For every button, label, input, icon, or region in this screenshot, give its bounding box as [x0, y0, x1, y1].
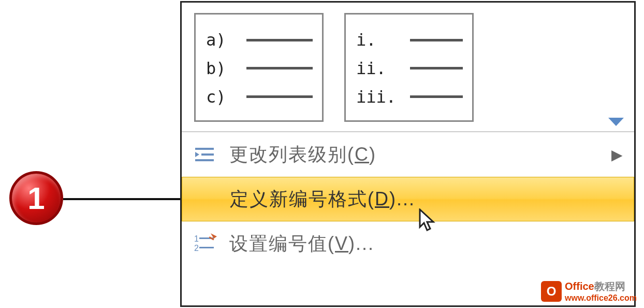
- menu-label: 设置编号值(V)...: [229, 231, 623, 257]
- number-value-icon: 1 2: [182, 221, 229, 266]
- menu-define-new-number-format[interactable]: 定义新编号格式(D)...: [182, 177, 634, 221]
- list-line-icon: [410, 39, 463, 41]
- svg-text:1: 1: [194, 234, 199, 243]
- menu-section: 更改列表级别(C) ▶ 定义新编号格式(D)... 1 2: [182, 131, 634, 266]
- list-row: iii.: [356, 87, 463, 107]
- list-line-icon: [246, 39, 313, 41]
- list-marker: c): [206, 87, 242, 107]
- svg-rect-2: [201, 153, 214, 156]
- numbering-option-roman[interactable]: i. ii. iii.: [344, 13, 474, 122]
- list-marker: a): [206, 30, 242, 50]
- menu-change-list-level[interactable]: 更改列表级别(C) ▶: [182, 132, 634, 177]
- svg-rect-8: [199, 247, 214, 248]
- scroll-down-icon[interactable]: [608, 118, 624, 127]
- menu-set-number-value[interactable]: 1 2 设置编号值(V)...: [182, 221, 634, 266]
- list-line-icon: [410, 95, 463, 98]
- office-logo-icon: O: [541, 281, 562, 302]
- callout-badge: 1: [9, 171, 63, 225]
- menu-label: 更改列表级别(C): [229, 142, 611, 167]
- list-marker: i.: [356, 30, 406, 50]
- svg-rect-3: [195, 159, 214, 161]
- list-marker: b): [206, 59, 242, 78]
- callout-number: 1: [27, 180, 45, 216]
- list-row: i.: [356, 30, 463, 50]
- numbering-gallery: a) b) c) i. ii. iii.: [182, 3, 634, 131]
- blank-icon: [182, 177, 230, 221]
- svg-marker-4: [195, 152, 199, 157]
- svg-marker-0: [608, 118, 624, 126]
- list-row: b): [206, 58, 313, 79]
- svg-rect-1: [195, 148, 214, 150]
- numbering-option-alpha[interactable]: a) b) c): [194, 13, 324, 122]
- list-row: a): [206, 30, 313, 50]
- numbering-dropdown-panel: a) b) c) i. ii. iii.: [180, 1, 636, 307]
- list-row: ii.: [356, 58, 463, 79]
- list-line-icon: [246, 67, 313, 69]
- watermark-text: Office教程网 www.office26.com: [565, 279, 637, 303]
- indent-icon: [182, 132, 229, 177]
- list-line-icon: [410, 67, 463, 69]
- menu-label: 定义新编号格式(D)...: [230, 187, 622, 212]
- watermark: O Office教程网 www.office26.com: [541, 279, 637, 303]
- list-line-icon: [246, 95, 313, 98]
- list-row: c): [206, 87, 313, 107]
- chevron-right-icon: ▶: [611, 146, 623, 163]
- list-marker: ii.: [356, 59, 406, 78]
- svg-text:2: 2: [194, 244, 199, 253]
- list-marker: iii.: [356, 87, 406, 107]
